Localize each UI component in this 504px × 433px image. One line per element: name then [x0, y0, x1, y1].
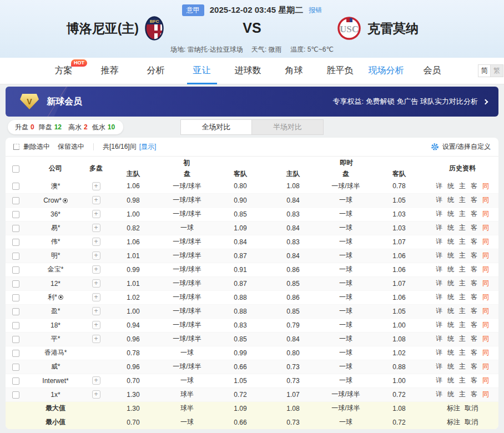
- history-same-link[interactable]: 同: [482, 390, 489, 399]
- history-same-link[interactable]: 同: [482, 320, 489, 330]
- history-away-link[interactable]: 客: [471, 209, 477, 219]
- history-stats-link[interactable]: 统: [447, 209, 454, 219]
- history-home-link[interactable]: 主: [459, 209, 466, 219]
- history-home-link[interactable]: 主: [459, 334, 466, 344]
- nav-tab[interactable]: 方案HOT: [41, 58, 87, 84]
- history-same-link[interactable]: 同: [482, 265, 489, 274]
- history-away-link[interactable]: 客: [471, 265, 477, 274]
- row-checkbox[interactable]: [12, 225, 19, 232]
- history-detail-link[interactable]: 详: [436, 182, 442, 191]
- history-home-link[interactable]: 主: [459, 182, 466, 191]
- history-same-link[interactable]: 同: [482, 237, 489, 246]
- history-stats-link[interactable]: 统: [447, 265, 454, 274]
- history-same-link[interactable]: 同: [482, 209, 489, 219]
- history-stats-link[interactable]: 统: [447, 223, 454, 233]
- delete-selected-button[interactable]: 删除选中: [23, 142, 50, 152]
- history-away-link[interactable]: 客: [471, 390, 477, 399]
- row-checkbox[interactable]: [12, 280, 19, 288]
- history-away-link[interactable]: 客: [471, 334, 477, 344]
- history-stats-link[interactable]: 统: [447, 237, 454, 246]
- vip-banner[interactable]: V 新球会员 专享权益: 免费解锁 免广告 球队实力对比分析: [6, 87, 498, 117]
- nav-tab[interactable]: 会员: [409, 58, 455, 84]
- nav-tab[interactable]: 角球: [271, 58, 317, 84]
- history-same-link[interactable]: 同: [482, 251, 489, 260]
- multi-odds-button[interactable]: +: [92, 279, 100, 288]
- tab-half-match[interactable]: 半场对比: [252, 120, 323, 134]
- history-detail-link[interactable]: 详: [436, 251, 442, 260]
- history-detail-link[interactable]: 详: [436, 223, 442, 233]
- history-away-link[interactable]: 客: [471, 293, 477, 302]
- row-checkbox[interactable]: [12, 391, 19, 399]
- history-away-link[interactable]: 客: [471, 251, 477, 260]
- cancel-button[interactable]: 取消: [465, 417, 478, 427]
- history-detail-link[interactable]: 详: [436, 320, 442, 330]
- history-stats-link[interactable]: 统: [447, 362, 454, 371]
- row-checkbox[interactable]: [12, 266, 19, 274]
- lang-traditional-button[interactable]: 繁: [491, 64, 503, 77]
- history-same-link[interactable]: 同: [482, 376, 489, 385]
- history-home-link[interactable]: 主: [459, 265, 466, 274]
- history-home-link[interactable]: 主: [459, 348, 466, 358]
- cancel-button[interactable]: 取消: [465, 404, 478, 413]
- history-detail-link[interactable]: 详: [436, 348, 442, 358]
- history-away-link[interactable]: 客: [471, 237, 477, 246]
- history-home-link[interactable]: 主: [459, 237, 466, 246]
- history-stats-link[interactable]: 统: [447, 251, 454, 260]
- history-detail-link[interactable]: 详: [436, 195, 442, 205]
- multi-odds-button[interactable]: +: [92, 251, 100, 260]
- history-same-link[interactable]: 同: [482, 348, 489, 358]
- nav-tab[interactable]: 推荐: [87, 58, 133, 84]
- mark-button[interactable]: 标注: [447, 417, 460, 427]
- nav-tab[interactable]: 现场分析: [363, 58, 409, 84]
- keep-selected-button[interactable]: 保留选中: [58, 142, 84, 152]
- history-home-link[interactable]: 主: [459, 223, 466, 233]
- report-error-link[interactable]: 报错: [309, 6, 322, 15]
- multi-odds-button[interactable]: +: [92, 335, 100, 343]
- row-checkbox[interactable]: [12, 183, 19, 190]
- multi-odds-button[interactable]: +: [92, 376, 100, 385]
- history-detail-link[interactable]: 详: [436, 293, 442, 302]
- history-same-link[interactable]: 同: [482, 223, 489, 233]
- history-home-link[interactable]: 主: [459, 362, 466, 371]
- multi-odds-button[interactable]: +: [92, 265, 100, 274]
- history-same-link[interactable]: 同: [482, 293, 489, 302]
- history-away-link[interactable]: 客: [471, 182, 477, 191]
- row-checkbox[interactable]: [12, 322, 19, 329]
- lang-simplified-button[interactable]: 简: [478, 64, 491, 77]
- history-away-link[interactable]: 客: [471, 195, 477, 205]
- history-same-link[interactable]: 同: [482, 334, 489, 344]
- row-checkbox[interactable]: [12, 364, 19, 371]
- history-detail-link[interactable]: 详: [436, 362, 442, 371]
- history-stats-link[interactable]: 统: [447, 182, 454, 191]
- history-detail-link[interactable]: 详: [436, 376, 442, 385]
- row-checkbox[interactable]: [12, 197, 19, 204]
- history-away-link[interactable]: 客: [471, 306, 477, 316]
- row-checkbox[interactable]: [12, 308, 19, 315]
- history-stats-link[interactable]: 统: [447, 320, 454, 330]
- history-away-link[interactable]: 客: [471, 362, 477, 371]
- show-link[interactable]: [显示]: [139, 142, 157, 152]
- history-home-link[interactable]: 主: [459, 320, 466, 330]
- settings-button[interactable]: 设置/选择自定义: [431, 142, 491, 152]
- history-stats-link[interactable]: 统: [447, 293, 454, 302]
- mark-button[interactable]: 标注: [447, 404, 460, 413]
- history-away-link[interactable]: 客: [471, 320, 477, 330]
- row-checkbox[interactable]: [12, 336, 19, 343]
- multi-odds-button[interactable]: +: [92, 293, 100, 301]
- history-home-link[interactable]: 主: [459, 306, 466, 316]
- multi-odds-button[interactable]: +: [92, 182, 100, 190]
- multi-odds-button[interactable]: +: [92, 390, 100, 399]
- history-home-link[interactable]: 主: [459, 390, 466, 399]
- multi-odds-button[interactable]: +: [92, 238, 100, 246]
- history-home-link[interactable]: 主: [459, 376, 466, 385]
- history-same-link[interactable]: 同: [482, 182, 489, 191]
- nav-tab[interactable]: 进球数: [225, 58, 271, 84]
- nav-tab[interactable]: 亚让: [179, 58, 225, 84]
- nav-tab[interactable]: 胜平负: [317, 58, 363, 84]
- history-stats-link[interactable]: 统: [447, 348, 454, 358]
- history-stats-link[interactable]: 统: [447, 279, 454, 288]
- history-away-link[interactable]: 客: [471, 279, 477, 288]
- history-detail-link[interactable]: 详: [436, 390, 442, 399]
- multi-odds-button[interactable]: +: [92, 307, 100, 315]
- history-stats-link[interactable]: 统: [447, 376, 454, 385]
